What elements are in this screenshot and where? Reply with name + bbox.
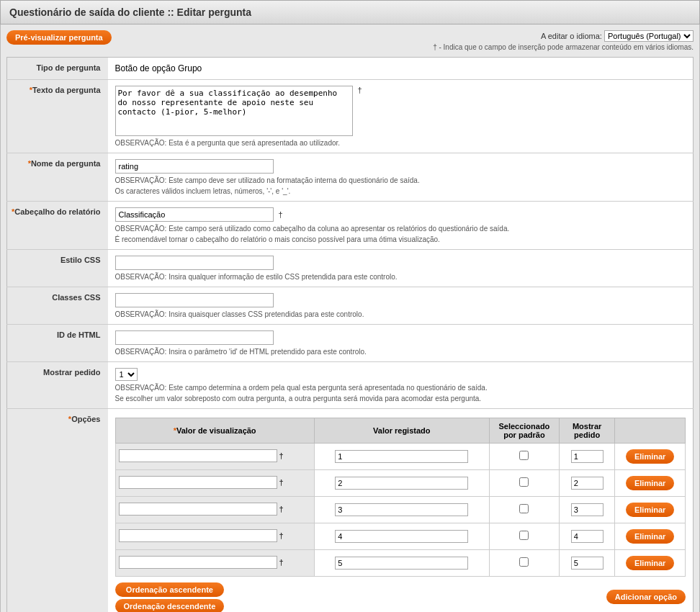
option-value-input-1[interactable]	[335, 450, 468, 463]
option-value-input-4[interactable]	[335, 530, 468, 543]
css-classes-input[interactable]	[115, 293, 274, 307]
sort-asc-button[interactable]: Ordenação ascendente	[115, 582, 225, 597]
row-css-classes: Classes CSS OBSERVAÇÃO: Insira quaisquer…	[7, 287, 694, 325]
option-action-cell-1: Eliminar	[615, 444, 686, 470]
option-order-input-5[interactable]	[571, 557, 603, 570]
col-header-action	[615, 418, 686, 444]
option-delete-button-5[interactable]: Eliminar	[626, 556, 674, 570]
option-default-cell-5	[489, 550, 559, 577]
show-order-select[interactable]: 1	[115, 368, 138, 381]
options-table: *Valor de visualização Valor registado S…	[115, 418, 686, 577]
row-show-order: Mostrar pedido 1 OBSERVAÇÃO: Este campo …	[7, 362, 694, 409]
option-value-input-2[interactable]	[335, 477, 468, 490]
option-order-input-3[interactable]	[571, 503, 603, 516]
option-value-cell-2	[314, 470, 489, 497]
obs-show-order-1: OBSERVAÇÃO: Este campo determina a ordem…	[115, 384, 686, 392]
obs-question-name-2: Os caracteres válidos incluem letras, nú…	[115, 187, 686, 195]
cell-question-text: † OBSERVAÇÃO: Esta é a pergunta que será…	[108, 80, 694, 153]
row-html-id: ID de HTML OBSERVAÇÃO: Insira o parâmetr…	[7, 325, 694, 362]
obs-question-name-1: OBSERVAÇÃO: Este campo deve ser utilizad…	[115, 176, 686, 184]
obs-question-text: OBSERVAÇÃO: Esta é a pergunta que será a…	[115, 139, 686, 147]
option-value-input-3[interactable]	[335, 503, 468, 516]
label-show-order: Mostrar pedido	[7, 362, 108, 409]
dagger-question-text: †	[358, 86, 362, 94]
option-display-input-5[interactable]	[119, 556, 277, 569]
option-dagger-4: †	[279, 531, 284, 540]
option-dagger-1: †	[279, 451, 284, 460]
cell-report-header: † OBSERVAÇÃO: Este campo será utilizado …	[108, 202, 694, 250]
option-row-2: †Eliminar	[115, 470, 686, 497]
option-display-cell-4: †	[115, 523, 314, 550]
option-delete-button-4[interactable]: Eliminar	[626, 529, 674, 544]
option-order-input-1[interactable]	[571, 450, 603, 463]
label-html-id: ID de HTML	[7, 325, 108, 362]
option-order-cell-2	[559, 470, 614, 497]
option-display-cell-3: †	[115, 497, 314, 523]
option-display-input-1[interactable]	[119, 449, 277, 462]
option-default-checkbox-2[interactable]	[519, 477, 529, 487]
form-table: Tipo de pergunta Botão de opção Grupo *T…	[6, 57, 694, 612]
option-dagger-5: †	[279, 558, 284, 567]
option-row-3: †Eliminar	[115, 497, 686, 523]
option-order-cell-4	[559, 523, 614, 550]
report-header-input[interactable]	[115, 207, 274, 222]
content-area: Pré-visualizar pergunta A editar o idiom…	[0, 24, 700, 612]
option-action-cell-3: Eliminar	[615, 497, 686, 523]
row-question-name: *Nome da pergunta OBSERVAÇÃO: Este campo…	[7, 153, 694, 202]
cell-html-id: OBSERVAÇÃO: Insira o parâmetro 'id' de H…	[108, 325, 694, 362]
value-question-type: Botão de opção Grupo	[108, 58, 694, 80]
option-action-cell-5: Eliminar	[615, 550, 686, 577]
question-name-input[interactable]	[115, 159, 274, 174]
col-header-order: Mostrar pedido	[559, 418, 614, 444]
css-style-input[interactable]	[115, 256, 274, 270]
language-label: A editar o idioma:	[541, 32, 602, 40]
option-action-cell-4: Eliminar	[615, 523, 686, 550]
label-question-name: *Nome da pergunta	[7, 153, 108, 202]
sort-desc-button[interactable]: Ordenação descendente	[115, 599, 225, 612]
option-order-input-2[interactable]	[571, 477, 603, 490]
label-report-header: *Cabeçalho do relatório	[7, 202, 108, 250]
col-header-default: Seleccionado por padrão	[489, 418, 559, 444]
question-text-input[interactable]	[115, 86, 353, 136]
option-default-checkbox-1[interactable]	[519, 451, 529, 460]
option-display-input-2[interactable]	[119, 476, 277, 489]
add-option-button[interactable]: Adicionar opção	[606, 590, 686, 604]
label-question-text: *Texto da pergunta	[7, 80, 108, 153]
preview-button-top[interactable]: Pré-visualizar pergunta	[6, 30, 112, 45]
option-default-checkbox-4[interactable]	[519, 531, 529, 540]
obs-show-order-2: Se escolher um valor sobreposto com outr…	[115, 395, 686, 402]
col-header-display: *Valor de visualização	[115, 418, 314, 444]
option-delete-button-3[interactable]: Eliminar	[626, 503, 674, 517]
option-dagger-2: †	[279, 478, 284, 487]
option-value-input-5[interactable]	[335, 557, 468, 570]
option-order-cell-3	[559, 497, 614, 523]
option-delete-button-2[interactable]: Eliminar	[626, 476, 674, 490]
obs-report-header-2: É recomendável tornar o cabeçalho do rel…	[115, 235, 686, 243]
obs-html-id: OBSERVAÇÃO: Insira o parâmetro 'id' de H…	[115, 348, 686, 356]
cell-css-classes: OBSERVAÇÃO: Insira quaisquer classes CSS…	[108, 287, 694, 325]
option-default-cell-2	[489, 470, 559, 497]
option-display-input-3[interactable]	[119, 503, 277, 516]
option-row-4: †Eliminar	[115, 523, 686, 550]
obs-css-classes: OBSERVAÇÃO: Insira quaisquer classes CSS…	[115, 310, 686, 318]
row-css-style: Estilo CSS OBSERVAÇÃO: Insira qualquer i…	[7, 250, 694, 287]
language-dropdown[interactable]: Português (Portugal)	[604, 30, 694, 42]
row-options: *Opções *Valor de visualização Valor reg…	[7, 409, 694, 613]
label-options: *Opções	[7, 409, 108, 613]
sort-buttons: Ordenação ascendente Ordenação descenden…	[115, 582, 225, 612]
option-value-cell-5	[314, 550, 489, 577]
option-delete-button-1[interactable]: Eliminar	[626, 449, 674, 464]
option-default-cell-4	[489, 523, 559, 550]
language-note: † - Indica que o campo de inserção pode …	[433, 43, 694, 51]
label-css-style: Estilo CSS	[7, 250, 108, 287]
option-display-input-4[interactable]	[119, 529, 277, 542]
html-id-input[interactable]	[115, 330, 274, 345]
option-value-cell-4	[314, 523, 489, 550]
option-default-checkbox-5[interactable]	[519, 557, 529, 567]
row-report-header: *Cabeçalho do relatório † OBSERVAÇÃO: Es…	[7, 202, 694, 250]
options-bottom: Ordenação ascendente Ordenação descenden…	[115, 580, 686, 612]
option-value-cell-3	[314, 497, 489, 523]
option-default-checkbox-3[interactable]	[519, 504, 529, 513]
option-order-input-4[interactable]	[571, 530, 603, 543]
cell-show-order: 1 OBSERVAÇÃO: Este campo determina a ord…	[108, 362, 694, 409]
